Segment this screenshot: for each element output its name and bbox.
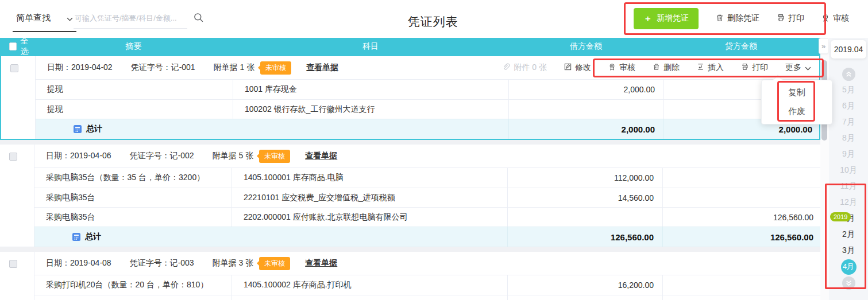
- month-item[interactable]: 3月: [829, 243, 868, 259]
- voucher-line-row[interactable]: 采购电脑35台（数量：35 台，单价：3200）1405.100001 库存商品…: [34, 167, 820, 188]
- voucher-gap: [0, 140, 820, 145]
- action-label: 打印: [752, 63, 768, 73]
- cell-summary: 提现: [36, 80, 233, 99]
- month-item[interactable]: 11月: [829, 178, 868, 194]
- cell-summary: 采购电脑35台: [34, 188, 232, 207]
- action-trash[interactable]: 删除: [653, 63, 680, 73]
- month-item[interactable]: 12月: [829, 194, 868, 211]
- voucher-line-row[interactable]: 采购打印机20台22210101 应交税费_应交增值税_进项税额2,080.00: [34, 295, 820, 300]
- total-label: 总计: [86, 124, 102, 134]
- cell-summary: 采购打印机20台: [34, 295, 232, 300]
- dropdown-item[interactable]: 复制: [762, 83, 832, 102]
- month-item[interactable]: 8月: [829, 130, 868, 146]
- voucher-content: 日期：2019-04-06凭证字号：记-002附单据 5 张未审核查看单据采购电…: [34, 145, 820, 247]
- audit-label: 审核: [833, 13, 849, 24]
- action-insert[interactable]: 插入: [697, 63, 724, 73]
- add-voucher-button[interactable]: ＋ 新增凭证: [634, 8, 699, 29]
- voucher-checkbox[interactable]: [9, 260, 17, 268]
- voucher-date: 日期：2019-04-06: [46, 151, 111, 161]
- status-badge: 未审核: [260, 61, 291, 75]
- cell-credit: 126,560.00: [662, 208, 820, 227]
- action-chevron-down[interactable]: 更多: [785, 63, 811, 73]
- print-label: 打印: [788, 13, 804, 24]
- printer-icon: [777, 14, 785, 24]
- cell-debit: 2,000.00: [508, 80, 663, 99]
- cell-debit: 2,080.00: [507, 295, 662, 300]
- select-all-checkbox[interactable]: [9, 42, 17, 50]
- current-period: 2019.04: [831, 40, 866, 59]
- cell-debit: 112,000.00: [507, 168, 662, 188]
- view-docs-link[interactable]: 查看单据: [305, 151, 337, 161]
- voucher-list: 日期：2019-04-02凭证字号：记-001附单据 1 张未审核查看单据附件 …: [0, 55, 820, 300]
- month-item[interactable]: 6月: [829, 98, 868, 114]
- month-item[interactable]: 9月: [829, 146, 868, 162]
- more-dropdown-menu: 复制作废: [761, 80, 832, 124]
- year-badge: 2019: [830, 212, 851, 221]
- toolbar: ＋ 新增凭证 删除凭证 打印 审核: [634, 0, 849, 37]
- scroll-months-down-button[interactable]: [829, 275, 868, 291]
- voucher-check-cell: [0, 145, 34, 247]
- search-icon[interactable]: [193, 12, 204, 29]
- add-voucher-label: 新增凭证: [657, 13, 689, 24]
- month-item[interactable]: 10月: [829, 162, 868, 178]
- voucher-date: 日期：2019-04-02: [47, 63, 113, 73]
- scroll-months-up-button[interactable]: [829, 66, 868, 82]
- voucher-checkbox[interactable]: [10, 64, 18, 72]
- view-docs-link[interactable]: 查看单据: [305, 258, 337, 268]
- voucher-line-row[interactable]: 采购电脑35台22210101 应交税费_应交增值税_进项税额14,560.00: [34, 188, 820, 207]
- voucher-block: 日期：2019-04-06凭证字号：记-002附单据 5 张未审核查看单据采购电…: [0, 145, 820, 247]
- action-label: 删除: [663, 63, 680, 73]
- voucher-header-row: 日期：2019-04-02凭证字号：记-001附单据 1 张未审核查看单据附件 …: [36, 56, 819, 79]
- voucher-date: 日期：2019-04-08: [46, 258, 111, 268]
- cell-account: 22210101 应交税费_应交增值税_进项税额: [232, 295, 507, 300]
- table-header-row: 全选 摘要 科目 借方金额 贷方金额: [0, 38, 820, 55]
- attachment-count-label: 附件 0 张: [514, 63, 547, 73]
- cell-summary: 采购电脑35台: [34, 208, 232, 227]
- edit-icon: [564, 63, 572, 72]
- cell-account: 1405.100002 库存商品.打印机: [232, 275, 507, 295]
- voucher-block: 日期：2019-04-02凭证字号：记-001附单据 1 张未审核查看单据附件 …: [0, 55, 820, 140]
- month-item-selected[interactable]: 4月: [829, 259, 868, 275]
- voucher-check-cell: [0, 252, 34, 300]
- delete-voucher-button[interactable]: 删除凭证: [716, 13, 759, 24]
- print-button[interactable]: 打印: [777, 13, 804, 24]
- month-item[interactable]: 5月: [829, 82, 868, 98]
- search-input[interactable]: [74, 10, 187, 29]
- month-item[interactable]: 7月: [829, 114, 868, 130]
- action-seal[interactable]: 审核: [608, 63, 635, 73]
- view-docs-link[interactable]: 查看单据: [306, 63, 338, 73]
- action-printer[interactable]: 打印: [741, 63, 768, 73]
- plus-icon: ＋: [643, 13, 652, 24]
- cell-summary: 采购电脑35台（数量：35 台，单价：3200）: [34, 168, 232, 188]
- total-label-cell: 总计: [36, 119, 508, 139]
- month-item[interactable]: 2月: [829, 227, 868, 243]
- seal-icon: [821, 14, 830, 24]
- voucher-total-row: 总计126,560.00126,560.00: [34, 227, 820, 247]
- calculator-icon: [74, 125, 82, 133]
- voucher-line-row[interactable]: 提现1001 库存现金2,000.00: [36, 79, 819, 99]
- voucher-checkbox[interactable]: [9, 153, 17, 161]
- top-bar: 简单查找 凭证列表 ＋ 新增凭证 删除凭证 打印 审核: [0, 0, 868, 38]
- voucher-line-row[interactable]: 采购打印机20台（数量：20 台，单价：810）1405.100002 库存商品…: [34, 275, 820, 295]
- total-debit: 2,000.00: [508, 119, 663, 139]
- cell-debit: [508, 100, 663, 119]
- cell-account: 1001 库存现金: [233, 80, 508, 99]
- select-all-label: 全选: [21, 36, 35, 57]
- attached-docs-count: 附单据 3 张: [213, 258, 254, 268]
- voucher-total-row: 总计2,000.002,000.00: [36, 119, 819, 139]
- collapse-sidebar-button[interactable]: »: [819, 38, 828, 54]
- action-edit[interactable]: 修改: [564, 63, 591, 73]
- voucher-line-row[interactable]: 提现100202 银行存款_工行徽州大道支行: [36, 99, 819, 119]
- action-label: 更多: [785, 63, 801, 73]
- selected-month-label: 4月: [841, 259, 857, 275]
- column-header-summary: 摘要: [34, 41, 233, 52]
- search-mode-select[interactable]: 简单查找: [13, 13, 76, 32]
- voucher-line-row[interactable]: 采购电脑35台2202.000001 应付账款.北京联想电脑有限公司126,56…: [34, 207, 820, 227]
- total-debit: 126,560.00: [507, 227, 662, 247]
- voucher-number: 凭证字号：记-001: [131, 63, 195, 73]
- action-label: 修改: [575, 63, 591, 73]
- cell-summary: 采购打印机20台（数量：20 台，单价：810）: [34, 275, 232, 295]
- row-action-bar: 附件 0 张修改审核删除插入打印更多: [502, 63, 819, 73]
- audit-button[interactable]: 审核: [821, 13, 849, 24]
- dropdown-item[interactable]: 作废: [762, 102, 832, 121]
